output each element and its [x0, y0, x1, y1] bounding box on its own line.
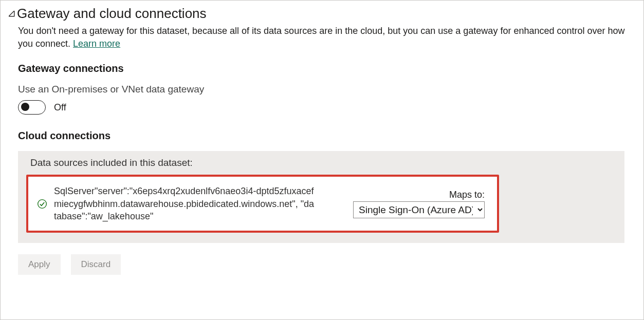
maps-to-select[interactable]: Single Sign-On (Azure AD) [353, 201, 485, 218]
cloud-data-sources-intro: Data sources included in this dataset: [30, 157, 616, 168]
gateway-prompt-text: Use an On-premises or VNet data gateway [18, 84, 635, 95]
gateway-connections-heading: Gateway connections [18, 63, 635, 74]
cloud-connections-box: Data sources included in this dataset: S… [18, 151, 624, 243]
toggle-knob-icon [21, 103, 29, 111]
section-header: Gateway and cloud connections [9, 6, 635, 22]
success-check-icon [36, 198, 48, 210]
collapse-triangle-icon[interactable] [9, 11, 15, 17]
svg-point-1 [38, 199, 47, 208]
gateway-toggle[interactable] [18, 100, 46, 115]
data-source-card: SqlServer"server":"x6eps4xrq2xudenlfv6na… [26, 175, 499, 233]
maps-to-group: Maps to: Single Sign-On (Azure AD) [353, 190, 485, 218]
maps-to-label: Maps to: [449, 190, 485, 200]
section-title: Gateway and cloud connections [17, 6, 207, 22]
data-source-connection-string: SqlServer"server":"x6eps4xrq2xudenlfv6na… [54, 185, 316, 222]
svg-marker-0 [9, 11, 14, 16]
gateway-toggle-row: Off [18, 100, 635, 115]
learn-more-link[interactable]: Learn more [73, 39, 120, 49]
gateway-cloud-connections-panel: Gateway and cloud connections You don't … [0, 0, 644, 320]
section-description: You don't need a gateway for this datase… [18, 25, 630, 50]
discard-button[interactable]: Discard [71, 254, 121, 275]
gateway-toggle-state-label: Off [54, 102, 66, 113]
apply-button[interactable]: Apply [18, 254, 61, 275]
cloud-connections-heading: Cloud connections [18, 130, 635, 142]
action-button-row: Apply Discard [18, 254, 635, 275]
